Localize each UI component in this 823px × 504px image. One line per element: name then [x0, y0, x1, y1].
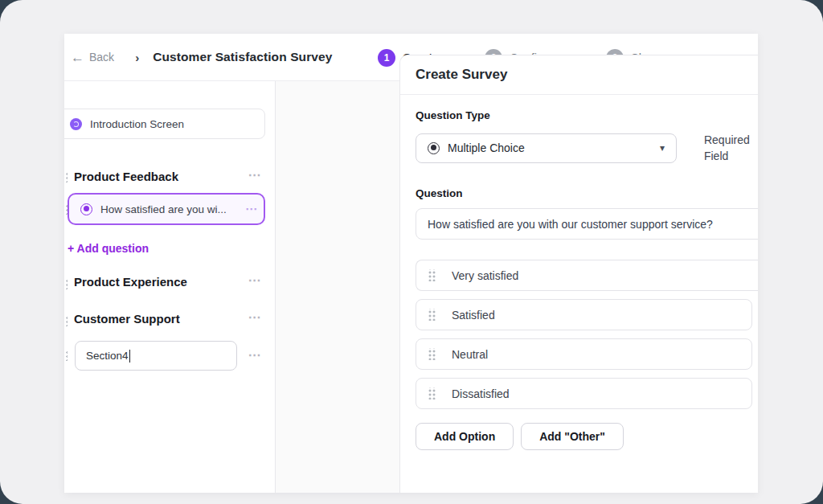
drag-handle-icon[interactable]	[428, 269, 436, 281]
panel-body: Question Type Multiple Choice ▾ Required…	[400, 109, 758, 450]
option-row[interactable]: Neutral	[416, 338, 752, 370]
drag-handle-icon[interactable]	[64, 171, 68, 182]
option-label: Dissatisfied	[452, 387, 510, 400]
selected-question-label: How satisfied are you wi...	[100, 203, 227, 215]
more-options-icon[interactable]: ⋯	[244, 275, 265, 286]
sidebar-item-introduction-screen[interactable]: Introduction Screen	[64, 109, 265, 139]
drag-handle-icon[interactable]	[428, 309, 436, 321]
section-product-experience-label: Product Experience	[74, 275, 187, 289]
required-field-label: Required Field	[704, 132, 758, 164]
multiple-choice-radio-icon	[428, 142, 440, 154]
chevron-down-icon: ▾	[660, 142, 665, 154]
more-options-icon[interactable]: ⋯	[244, 170, 265, 181]
drag-handle-icon[interactable]	[428, 387, 436, 400]
more-options-icon[interactable]: ⋯	[245, 202, 257, 216]
create-survey-panel: Create Survey Question Type Multiple Cho…	[399, 55, 758, 493]
question-type-row: Multiple Choice ▾ Required Field	[416, 132, 758, 164]
section-customer-support-label: Customer Support	[74, 312, 180, 326]
section-product-feedback[interactable]: Product Feedback	[74, 170, 178, 183]
step-create-number: 1	[378, 49, 395, 67]
option-actions: Add Option Add "Other"	[416, 423, 758, 450]
option-row[interactable]: Dissatisfied	[416, 378, 752, 409]
section-name-value: Section4	[86, 350, 129, 362]
text-cursor	[129, 350, 131, 363]
drag-handle-icon[interactable]	[64, 278, 68, 289]
section-name-input[interactable]: Section4	[75, 341, 237, 371]
section-product-experience[interactable]: Product Experience	[74, 275, 187, 289]
question-type-value: Multiple Choice	[448, 141, 525, 154]
section-product-feedback-label: Product Feedback	[74, 170, 178, 183]
add-question-link[interactable]: + Add question	[68, 242, 149, 255]
back-button[interactable]: ← Back	[71, 51, 114, 64]
app-window: ← Back › Customer Satisfaction Survey 1 …	[64, 34, 758, 493]
add-other-button[interactable]: Add "Other"	[521, 423, 624, 450]
intro-screen-icon	[70, 118, 82, 130]
app-canvas: ← Back › Customer Satisfaction Survey 1 …	[0, 0, 823, 504]
drag-handle-icon[interactable]	[64, 350, 68, 361]
section-customer-support[interactable]: Customer Support	[74, 312, 180, 326]
question-type-label: Question Type	[416, 109, 758, 121]
multiple-choice-radio-icon	[80, 203, 92, 215]
more-options-icon[interactable]: ⋯	[244, 312, 265, 323]
sidebar-item-selected-question[interactable]: How satisfied are you wi... ⋯	[68, 193, 265, 225]
option-row[interactable]: Satisfied	[416, 299, 752, 330]
option-label: Neutral	[452, 348, 488, 361]
intro-screen-label: Introduction Screen	[90, 118, 184, 130]
question-text-input[interactable]	[416, 208, 758, 240]
back-arrow-icon: ←	[71, 51, 84, 64]
question-type-dropdown[interactable]: Multiple Choice ▾	[416, 133, 677, 163]
option-label: Very satisfied	[452, 269, 518, 282]
panel-header: Create Survey	[400, 55, 758, 95]
page-title: Customer Satisfaction Survey	[153, 50, 332, 64]
survey-outline-sidebar: Introduction Screen Product Feedback ⋯ H…	[64, 81, 276, 493]
question-label: Question	[416, 187, 758, 199]
breadcrumb-chevron-icon: ›	[135, 51, 139, 64]
panel-title: Create Survey	[416, 67, 507, 83]
options-list: Very satisfied Satisfied Neutral Dissati…	[416, 260, 758, 409]
option-row[interactable]: Very satisfied	[416, 260, 758, 291]
drag-handle-icon[interactable]	[428, 348, 436, 360]
back-label: Back	[89, 51, 114, 64]
drag-handle-icon[interactable]	[64, 315, 68, 326]
add-option-button[interactable]: Add Option	[416, 423, 514, 450]
option-label: Satisfied	[452, 309, 495, 322]
more-options-icon[interactable]: ⋯	[244, 350, 265, 361]
